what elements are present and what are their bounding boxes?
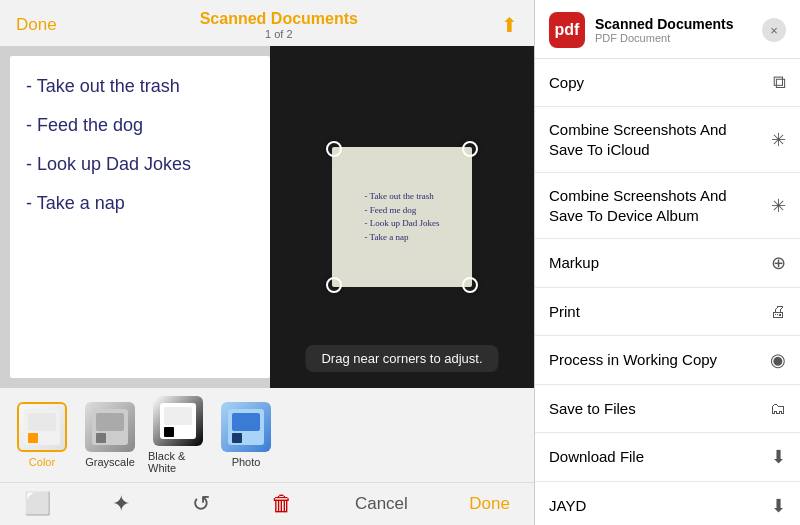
svg-rect-1 — [28, 413, 56, 431]
svg-rect-10 — [232, 413, 260, 431]
bottom-action-bar: ⬜ ✦ ↺ 🗑 Cancel Done — [0, 482, 534, 525]
working-copy-icon — [770, 349, 786, 371]
svg-rect-11 — [232, 433, 242, 443]
filter-bw-thumb — [153, 396, 203, 446]
filter-bw-label: Black & White — [148, 450, 208, 474]
filter-color-icon — [22, 407, 62, 447]
sticky-note: - Take out the trash - Feed me dog - Loo… — [332, 147, 472, 287]
filter-grayscale-label: Grayscale — [85, 456, 135, 468]
bottom-done-button[interactable]: Done — [469, 494, 510, 514]
download-file-icon — [771, 446, 786, 468]
scan-title: Scanned Documents — [200, 10, 358, 28]
handwriting-line-1: - Take out the trash — [26, 76, 254, 97]
share-item-combine-icloud-label: Combine Screenshots And Save To iCloud — [549, 120, 763, 159]
svg-rect-2 — [28, 433, 38, 443]
cancel-button[interactable]: Cancel — [355, 494, 408, 514]
filter-icon[interactable]: ✦ — [112, 491, 130, 517]
share-item-save-files-label: Save to Files — [549, 399, 762, 419]
jayd-icon — [771, 495, 786, 517]
combine-album-icon — [771, 195, 786, 217]
share-sheet-panel: pdf Scanned Documents PDF Document × Cop… — [534, 0, 800, 525]
save-files-icon — [770, 398, 786, 419]
svg-rect-5 — [96, 433, 106, 443]
filter-photo-thumb — [221, 402, 271, 452]
top-bar-title-group: Scanned Documents 1 of 2 — [200, 10, 358, 40]
markup-icon — [771, 252, 786, 274]
share-item-copy-label: Copy — [549, 73, 765, 93]
filter-color-label: Color — [29, 456, 55, 468]
filter-photo-icon — [226, 407, 266, 447]
share-item-print-label: Print — [549, 302, 762, 322]
filter-grayscale-icon — [90, 407, 130, 447]
combine-icloud-icon — [771, 129, 786, 151]
share-item-combine-album-label: Combine Screenshots And Save To Device A… — [549, 186, 763, 225]
scan-page-count: 1 of 2 — [200, 28, 358, 40]
filter-photo[interactable]: Photo — [216, 402, 276, 468]
rotate-icon[interactable]: ↺ — [192, 491, 210, 517]
share-item-print[interactable]: Print — [535, 288, 800, 336]
handwriting-line-4: - Take a nap — [26, 193, 254, 214]
share-item-copy[interactable]: Copy — [535, 59, 800, 107]
drag-tooltip: Drag near corners to adjust. — [305, 345, 498, 372]
handwriting-line-3: - Look up Dad Jokes — [26, 154, 254, 175]
left-panel: Done Scanned Documents 1 of 2 ⬆ - Take o… — [0, 0, 534, 525]
share-close-button[interactable]: × — [762, 18, 786, 42]
filter-bw-icon — [158, 401, 198, 441]
filter-grayscale[interactable]: Grayscale — [80, 402, 140, 468]
filter-color-thumb — [17, 402, 67, 452]
share-sheet-header: pdf Scanned Documents PDF Document × — [535, 0, 800, 59]
sticky-note-text: - Take out the trash - Feed me dog - Loo… — [365, 190, 440, 244]
scan-preview: - Take out the trash - Feed me dog - Loo… — [270, 46, 534, 388]
doc-preview: - Take out the trash - Feed the dog - Lo… — [10, 56, 270, 378]
crop-icon[interactable]: ⬜ — [24, 491, 51, 517]
sticky-note-container: - Take out the trash - Feed me dog - Loo… — [322, 137, 482, 297]
share-button[interactable]: ⬆ — [501, 13, 518, 37]
share-item-combine-icloud[interactable]: Combine Screenshots And Save To iCloud — [535, 107, 800, 173]
share-menu: Copy Combine Screenshots And Save To iCl… — [535, 59, 800, 525]
pdf-icon: pdf — [549, 12, 585, 48]
svg-rect-4 — [96, 413, 124, 431]
top-bar-done-button[interactable]: Done — [16, 15, 57, 35]
share-item-working-copy[interactable]: Process in Working Copy — [535, 336, 800, 385]
share-item-markup[interactable]: Markup — [535, 239, 800, 288]
top-bar: Done Scanned Documents 1 of 2 ⬆ — [0, 0, 534, 46]
filter-color[interactable]: Color — [12, 402, 72, 468]
copy-icon — [773, 72, 786, 93]
delete-icon[interactable]: 🗑 — [271, 491, 293, 517]
share-item-jayd[interactable]: JAYD — [535, 482, 800, 525]
share-item-working-copy-label: Process in Working Copy — [549, 350, 762, 370]
share-item-download-file[interactable]: Download File — [535, 433, 800, 482]
filter-strip: Color Grayscale Black & White — [0, 388, 534, 482]
share-sheet-title: Scanned Documents — [595, 16, 752, 32]
scan-area: - Take out the trash - Feed the dog - Lo… — [0, 46, 534, 388]
filter-photo-label: Photo — [232, 456, 261, 468]
svg-rect-8 — [164, 427, 174, 437]
share-item-download-file-label: Download File — [549, 447, 763, 467]
share-item-save-files[interactable]: Save to Files — [535, 385, 800, 433]
share-header-text: Scanned Documents PDF Document — [595, 16, 752, 44]
filter-grayscale-thumb — [85, 402, 135, 452]
handwriting-line-2: - Feed the dog — [26, 115, 254, 136]
print-icon — [770, 301, 786, 322]
share-item-jayd-label: JAYD — [549, 496, 763, 516]
share-item-markup-label: Markup — [549, 253, 763, 273]
share-item-combine-album[interactable]: Combine Screenshots And Save To Device A… — [535, 173, 800, 239]
svg-rect-7 — [164, 407, 192, 425]
share-sheet-subtitle: PDF Document — [595, 32, 752, 44]
filter-bw[interactable]: Black & White — [148, 396, 208, 474]
